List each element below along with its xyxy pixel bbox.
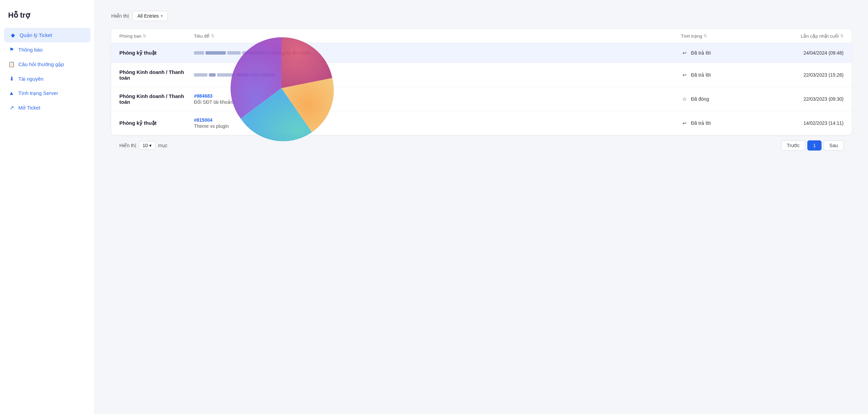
cell-date: 14/02/2023 (14:11) [755, 120, 844, 126]
blur-block [217, 73, 236, 77]
sidebar-item-thong-bao[interactable]: ⚑ Thông báo [0, 42, 95, 57]
blur-block [194, 73, 208, 77]
cell-dept: Phòng Kinh doanh / Thanh toán [119, 93, 194, 105]
cell-status: ⊖ Đã đóng [681, 95, 755, 103]
page-1-button[interactable]: 1 [807, 140, 822, 151]
hien-thi-label: Hiển thị [111, 13, 129, 19]
count-value: 10 [143, 143, 148, 148]
table-row[interactable]: Phòng kỹ thuật g ký tên miền ↩ Đã trả lờ… [111, 43, 852, 63]
toolbar: Hiển thị All Entries ▾ [111, 11, 852, 21]
table-footer: Hiển thị 10 ▾ mục Trước 1 Sau [111, 135, 852, 152]
col-tieu-de: Tiêu đề ⇅ [194, 33, 681, 39]
blur-block [209, 73, 216, 77]
cell-title: g ký tên miền [194, 50, 681, 56]
status-label: Đã trả lời [691, 50, 711, 56]
pagination: Trước 1 Sau [781, 140, 844, 151]
table-header: Phòng ban ⇅ Tiêu đề ⇅ Tình trạng ⇅ Lần c… [111, 29, 852, 43]
status-label: Đã đóng [691, 96, 709, 102]
replied-icon: ↩ [681, 119, 688, 127]
replied-icon: ↩ [681, 49, 688, 57]
blur-block [260, 73, 275, 77]
ticket-desc: Theme vs plugin [194, 123, 229, 129]
sidebar-item-tinh-trang-server[interactable]: ▲ Tình trạng Server [0, 86, 95, 100]
sidebar-item-label: Câu hỏi thường gặp [18, 61, 64, 67]
sidebar-item-label: Quản lý Ticket [20, 32, 52, 38]
prev-button[interactable]: Trước [781, 140, 806, 151]
sidebar-item-label: Tình trạng Server [18, 90, 58, 96]
sidebar-item-label: Tài nguyên [18, 76, 43, 82]
cell-status: ↩ Đã trả lời [681, 119, 755, 127]
muc-label: mục [158, 143, 167, 148]
cell-dept: Phòng kỹ thuật [119, 120, 194, 126]
cell-dept: Phòng kỹ thuật [119, 50, 194, 56]
faq-icon: 📋 [8, 61, 15, 67]
table-row[interactable]: Phòng Kinh doanh / Thanh toán #984683 Đổ… [111, 87, 852, 111]
blur-block [194, 51, 204, 55]
cell-date: 22/03/2023 (15:26) [755, 72, 844, 78]
blur-block [271, 51, 281, 55]
col-tinh-trang: Tình trạng ⇅ [681, 33, 755, 39]
blur-block [237, 73, 249, 77]
closed-icon: ⊖ [681, 95, 688, 103]
sidebar-item-label: Mở Ticket [18, 105, 40, 111]
sidebar-item-mo-ticket[interactable]: ↗ Mở Ticket [0, 100, 95, 115]
open-ticket-icon: ↗ [8, 104, 15, 111]
cell-status: ↩ Đã trả lời [681, 49, 755, 57]
entries-value: All Entries [137, 13, 159, 19]
blur-block [205, 51, 226, 55]
chevron-down-icon: ▾ [149, 143, 152, 148]
sidebar-item-tai-nguyen[interactable]: ⬇ Tài nguyên [0, 72, 95, 86]
sidebar: Hỗ trợ ◆ Quản lý Ticket ⚑ Thông báo 📋 Câ… [0, 0, 95, 414]
count-select[interactable]: 10 ▾ [139, 141, 156, 150]
cell-title [194, 73, 681, 77]
notification-icon: ⚑ [8, 46, 15, 53]
footer-left: Hiển thị 10 ▾ mục [119, 141, 167, 150]
table-row[interactable]: Phòng kỹ thuật #815004 Theme vs plugin ↩… [111, 111, 852, 135]
blurred-suffix: g ký tên miền [282, 50, 311, 56]
cell-title: #815004 Theme vs plugin [194, 117, 681, 129]
blurred-title [194, 73, 681, 77]
cell-dept: Phòng Kinh doanh / Thanh toán [119, 69, 194, 81]
sidebar-item-label: Thông báo [18, 47, 43, 53]
status-label: Đã trả lời [691, 72, 711, 78]
download-icon: ⬇ [8, 76, 15, 82]
ticket-id: #984683 [194, 93, 681, 99]
sidebar-item-cau-hoi[interactable]: 📋 Câu hỏi thường gặp [0, 57, 95, 72]
col-lan-cap-nhat: Lần cập nhật cuối ⇅ [755, 33, 844, 39]
cell-date: 22/03/2023 (09:30) [755, 96, 844, 102]
server-icon: ▲ [8, 90, 15, 96]
entries-select[interactable]: All Entries ▾ [132, 11, 168, 21]
sort-icon: ⇅ [704, 34, 707, 38]
next-button[interactable]: Sau [824, 140, 844, 151]
cell-title: #984683 Đổi SĐT tài khoản [194, 93, 681, 105]
status-label: Đã trả lời [691, 120, 711, 126]
blur-block [227, 51, 241, 55]
blur-block [250, 73, 259, 77]
cell-status: ↩ Đã trả lời [681, 71, 755, 79]
sort-icon: ⇅ [840, 34, 844, 38]
replied-icon: ↩ [681, 71, 688, 79]
cell-date: 24/04/2024 (09:48) [755, 50, 844, 56]
sort-icon: ⇅ [211, 34, 214, 38]
blurred-title: g ký tên miền [194, 50, 681, 56]
ticket-desc: Đổi SĐT tài khoản [194, 99, 233, 105]
sort-icon: ⇅ [143, 34, 146, 38]
blur-block [242, 51, 269, 55]
sidebar-title: Hỗ trợ [0, 11, 95, 28]
main-content: Hiển thị All Entries ▾ Phòng ban ⇅ Tiêu … [95, 0, 868, 414]
sidebar-item-quan-ly-ticket[interactable]: ◆ Quản lý Ticket [4, 28, 91, 42]
ticket-table: Phòng ban ⇅ Tiêu đề ⇅ Tình trạng ⇅ Lần c… [111, 29, 852, 135]
col-phong-ban: Phòng ban ⇅ [119, 33, 194, 39]
chevron-down-icon: ▾ [161, 14, 163, 18]
ticket-icon: ◆ [9, 32, 16, 38]
hien-thi-label: Hiển thị [119, 143, 136, 148]
ticket-id: #815004 [194, 117, 681, 123]
table-row[interactable]: Phòng Kinh doanh / Thanh toán ↩ Đã trả l… [111, 63, 852, 87]
